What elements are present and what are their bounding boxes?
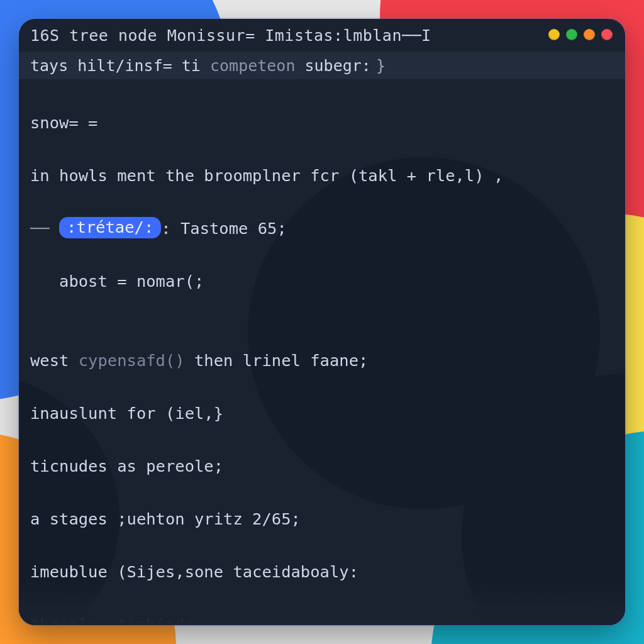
code-line: ── :trétae/:: Tastome 65; xyxy=(30,215,614,242)
close-icon[interactable] xyxy=(601,29,613,40)
minimize-icon[interactable] xyxy=(548,29,560,40)
terminal-content[interactable]: snow= = in howls ment the broomplner fcr… xyxy=(19,79,625,625)
tab-text: subegr: xyxy=(295,57,370,75)
highlight-pill[interactable]: :trétae/: xyxy=(59,217,161,238)
code-text: a stages ;uehton yritz 2/65; xyxy=(30,509,301,528)
tab-label: tays hilt/insf= ti competeon subegr:} xyxy=(30,57,386,75)
code-text: : Tastome 65; xyxy=(161,219,287,238)
tab-text-dim: competeon xyxy=(210,57,295,75)
window-controls xyxy=(548,29,613,40)
code-line: throols, tinhinde, xyxy=(30,611,614,625)
code-line: snow= = xyxy=(30,109,614,136)
tab-text: tays hilt/insf= ti xyxy=(30,57,210,75)
code-text: inauslunt for (iel,} xyxy=(30,404,223,423)
code-text: in howls ment the broomplner fcr (takl +… xyxy=(30,166,503,185)
code-text-dim: cypensafd() xyxy=(79,351,185,370)
window-title: 16S tree node Monissur= Imistas:lmblan──… xyxy=(30,26,431,45)
tab-strip[interactable]: tays hilt/insf= ti competeon subegr:} xyxy=(19,52,625,79)
code-line: abost = nomar(; xyxy=(30,268,614,294)
code-text: abost = nomar(; xyxy=(30,272,204,291)
code-line: in howls ment the broomplner fcr (takl +… xyxy=(30,162,614,189)
code-text: snow= = xyxy=(30,113,97,132)
code-text: ticnudes as pereole; xyxy=(30,457,223,475)
code-line: west cypensafd() then lrinel faane; xyxy=(30,347,614,374)
code-line: imeublue (Sijes,sone taceidaboaly: xyxy=(30,558,614,585)
brace-icon: } xyxy=(376,57,386,75)
code-text: west xyxy=(30,351,79,370)
code-text: then lrinel faane; xyxy=(185,351,369,370)
terminal-window[interactable]: 16S tree node Monissur= Imistas:lmblan──… xyxy=(19,19,625,625)
code-text: imeublue (Sijes,sone taceidaboaly: xyxy=(30,562,358,581)
code-line: inauslunt for (iel,} xyxy=(30,400,614,426)
misc-icon[interactable] xyxy=(584,29,595,40)
tree-branch-icon: ── xyxy=(30,219,59,238)
code-line: a stages ;uehton yritz 2/65; xyxy=(30,506,614,532)
code-text: throols, tinhinde, xyxy=(30,615,204,625)
code-line: ticnudes as pereole; xyxy=(30,453,614,479)
zoom-icon[interactable] xyxy=(566,29,577,40)
titlebar[interactable]: 16S tree node Monissur= Imistas:lmblan──… xyxy=(19,19,625,52)
